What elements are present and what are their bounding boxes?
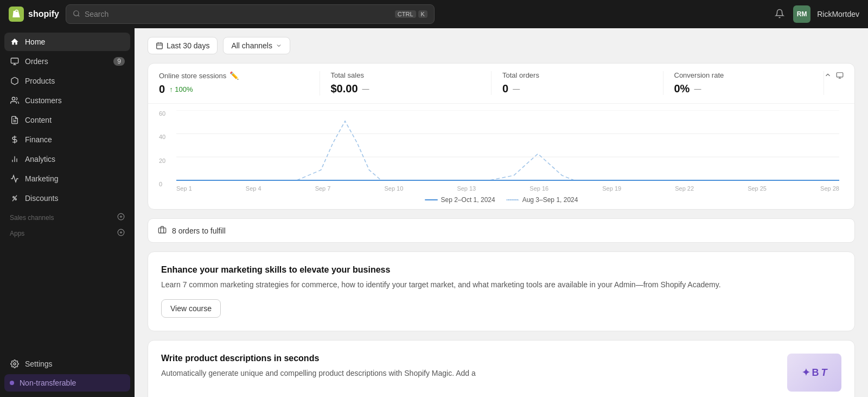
sidebar-content-label: Content bbox=[25, 116, 52, 124]
sidebar-home-label: Home bbox=[25, 37, 45, 46]
sidebar-item-orders[interactable]: Orders 9 bbox=[4, 52, 130, 71]
sidebar-orders-label: Orders bbox=[25, 57, 48, 66]
analytics-icon bbox=[10, 154, 20, 164]
sales-channels-label: Sales channels bbox=[10, 214, 54, 222]
discounts-icon bbox=[10, 193, 20, 203]
promo2-image: ✦ B T bbox=[787, 354, 841, 392]
sidebar-analytics-label: Analytics bbox=[25, 155, 55, 163]
chart-area: 60 40 20 0 bbox=[148, 104, 854, 209]
sidebar-marketing-label: Marketing bbox=[25, 174, 58, 183]
notifications-button[interactable] bbox=[773, 7, 787, 22]
orders-badge: 9 bbox=[113, 57, 125, 66]
bold-icon: B bbox=[812, 367, 819, 379]
marketing-icon bbox=[10, 174, 20, 184]
apps-label: Apps bbox=[10, 230, 24, 237]
search-icon bbox=[73, 10, 80, 19]
sidebar-item-discounts[interactable]: Discounts bbox=[4, 189, 130, 207]
sidebar: Home Orders 9 Products Customers C bbox=[0, 28, 135, 397]
apps-expand-icon[interactable] bbox=[117, 229, 125, 238]
stat-online-sessions: Online store sessions ✏️ 0 ↑ 100% bbox=[159, 71, 320, 96]
non-transferable-dot bbox=[10, 381, 14, 385]
chart-legend: Sep 2–Oct 1, 2024 Aug 3–Sep 1, 2024 bbox=[159, 196, 844, 204]
svg-point-17 bbox=[14, 363, 16, 365]
avatar-button[interactable]: RM bbox=[793, 5, 810, 23]
sidebar-item-customers[interactable]: Customers bbox=[4, 91, 130, 110]
total-orders-change: — bbox=[513, 85, 520, 93]
magic-icons: ✦ B T bbox=[802, 367, 827, 379]
svg-point-0 bbox=[74, 10, 79, 15]
legend-prev-label: Aug 3–Sep 1, 2024 bbox=[522, 196, 578, 204]
sidebar-item-settings[interactable]: Settings bbox=[4, 355, 130, 373]
finance-icon bbox=[10, 135, 20, 144]
settings-icon bbox=[10, 359, 20, 369]
magic-star-icon: ✦ bbox=[802, 367, 810, 379]
search-bar[interactable]: Search CTRL K bbox=[66, 4, 435, 24]
chart-svg bbox=[176, 110, 839, 183]
legend-current-label: Sep 2–Oct 1, 2024 bbox=[441, 196, 495, 204]
stat-conversion-rate: Conversion rate 0% — bbox=[663, 71, 825, 95]
legend-prev-line bbox=[506, 199, 519, 200]
sidebar-item-content[interactable]: Content bbox=[4, 111, 130, 129]
sales-channels-section: Sales channels bbox=[4, 209, 130, 224]
content-area: Last 30 days All channels Online store s… bbox=[135, 28, 868, 397]
total-sales-change: — bbox=[362, 85, 369, 93]
stats-card: Online store sessions ✏️ 0 ↑ 100% Total … bbox=[148, 63, 855, 210]
topbar-right: RM RickMortdev bbox=[773, 5, 859, 23]
chart-x-labels: Sep 1 Sep 4 Sep 7 Sep 10 Sep 13 Sep 16 S… bbox=[176, 185, 839, 192]
user-name: RickMortdev bbox=[817, 10, 859, 18]
products-icon bbox=[10, 76, 20, 86]
date-range-button[interactable]: Last 30 days bbox=[148, 37, 218, 54]
sidebar-item-finance[interactable]: Finance bbox=[4, 130, 130, 149]
legend-current: Sep 2–Oct 1, 2024 bbox=[425, 196, 495, 204]
total-orders-label: Total orders bbox=[502, 71, 539, 79]
sidebar-item-non-transferable[interactable]: Non-transferable bbox=[4, 374, 130, 392]
chart-y-labels: 60 40 20 0 bbox=[159, 110, 165, 187]
orders-fulfill-label: 8 orders to fulfill bbox=[172, 226, 226, 235]
total-sales-label: Total sales bbox=[331, 71, 364, 79]
main-layout: Home Orders 9 Products Customers C bbox=[0, 28, 868, 397]
view-course-button[interactable]: View course bbox=[161, 299, 221, 318]
promo-card-marketing: Enhance your marketing skills to elevate… bbox=[148, 251, 855, 331]
orders-fulfill-icon bbox=[158, 225, 167, 236]
orders-bar[interactable]: 8 orders to fulfill bbox=[148, 218, 855, 243]
stat-total-orders: Total orders 0 — bbox=[492, 71, 663, 95]
export-chart-button[interactable] bbox=[836, 72, 844, 81]
svg-rect-22 bbox=[837, 72, 843, 77]
apps-section: Apps bbox=[4, 224, 130, 240]
stat-total-sales: Total sales $0.00 — bbox=[320, 71, 492, 95]
search-shortcut: CTRL K bbox=[395, 10, 427, 18]
svg-rect-1 bbox=[11, 58, 18, 63]
svg-point-9 bbox=[13, 197, 15, 198]
orders-icon bbox=[10, 56, 20, 66]
conversion-rate-label: Conversion rate bbox=[674, 71, 724, 79]
sidebar-item-home[interactable]: Home bbox=[4, 33, 130, 51]
online-sessions-label: Online store sessions bbox=[159, 72, 226, 80]
customers-icon bbox=[10, 96, 20, 105]
sidebar-item-products[interactable]: Products bbox=[4, 72, 130, 90]
sidebar-item-analytics[interactable]: Analytics bbox=[4, 150, 130, 168]
sidebar-products-label: Products bbox=[25, 77, 55, 85]
sidebar-item-marketing[interactable]: Marketing bbox=[4, 169, 130, 188]
collapse-stats-button[interactable] bbox=[824, 71, 832, 81]
promo2-text: Write product descriptions in seconds Au… bbox=[161, 354, 776, 379]
sidebar-finance-label: Finance bbox=[25, 135, 52, 144]
sidebar-customers-label: Customers bbox=[25, 96, 62, 105]
search-input-label: Search bbox=[85, 10, 391, 18]
legend-current-line bbox=[425, 199, 438, 200]
filter-bar: Last 30 days All channels bbox=[148, 37, 855, 54]
conversion-rate-value: 0% bbox=[674, 83, 690, 95]
svg-rect-27 bbox=[158, 228, 165, 233]
online-sessions-value: 0 bbox=[159, 83, 165, 96]
edit-sessions-icon[interactable]: ✏️ bbox=[229, 71, 239, 80]
logo: shopify bbox=[9, 7, 59, 22]
channel-filter-label: All channels bbox=[231, 41, 272, 50]
sidebar-discounts-label: Discounts bbox=[25, 194, 58, 203]
promo2-title: Write product descriptions in seconds bbox=[161, 354, 776, 363]
channel-filter-button[interactable]: All channels bbox=[223, 37, 290, 54]
total-orders-value: 0 bbox=[502, 83, 508, 95]
svg-point-10 bbox=[15, 199, 17, 200]
promo2-description: Automatically generate unique and compel… bbox=[161, 368, 776, 379]
stats-header-actions bbox=[824, 71, 844, 81]
online-sessions-pct: ↑ 100% bbox=[169, 85, 193, 93]
sales-channels-expand-icon[interactable] bbox=[117, 213, 125, 222]
